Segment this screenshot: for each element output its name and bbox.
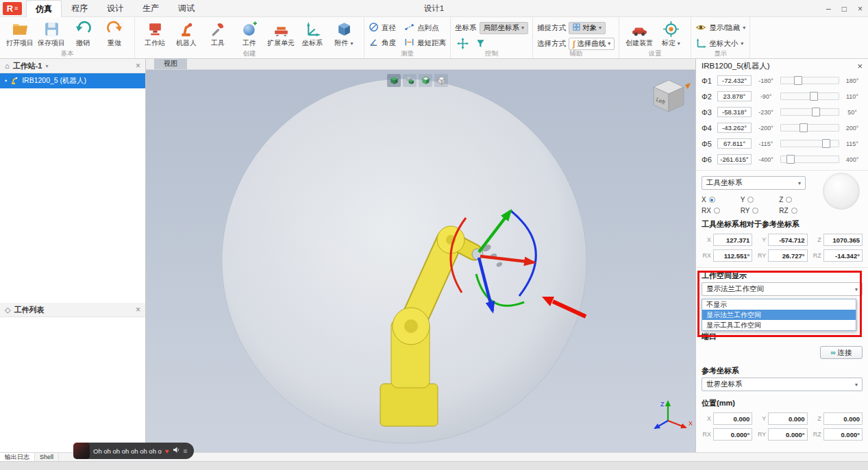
joint-6-slider[interactable] [780, 156, 839, 163]
move-tool-button[interactable] [455, 37, 470, 50]
workstation-panel-close-button[interactable]: × [136, 61, 140, 71]
tab-debug[interactable]: 调试 [169, 0, 204, 17]
pose-rx-value[interactable]: 112.551° [713, 249, 752, 262]
menu-icon[interactable]: ≡ [184, 447, 188, 455]
tab-simulation[interactable]: 仿真 [26, 0, 62, 17]
joint-row: Φ3 -58.318° -230° 50° [702, 104, 863, 120]
radio-z[interactable]: Z [779, 195, 818, 204]
slider-handle[interactable] [799, 123, 808, 132]
tree-item-robot[interactable]: • IRB1200_5 (机器人) [0, 73, 145, 88]
slider-handle[interactable] [786, 155, 795, 164]
workstation-button[interactable]: 工作站 [139, 18, 171, 48]
redo-button[interactable]: 重做 [99, 18, 130, 48]
measure-angle-button[interactable]: 角度 [369, 37, 396, 49]
joint-5-slider[interactable] [780, 140, 839, 147]
axis-size-button[interactable]: 坐标大小 ▾ [695, 37, 745, 50]
radio-x[interactable]: X [702, 195, 741, 204]
workspace-option-tool[interactable]: 显示工具工作空间 [702, 320, 856, 330]
measure-diameter-button[interactable]: 直径 [369, 22, 396, 34]
joint-4-slider[interactable] [780, 124, 839, 132]
maximize-button[interactable]: □ [842, 4, 847, 14]
snap-mode-select[interactable]: 对象 ▾ [569, 22, 606, 34]
parts-panel-close-button[interactable]: × [136, 305, 140, 314]
view-mode-copy-button[interactable] [403, 74, 417, 87]
attachment-dropdown-icon: ▾ [350, 40, 353, 47]
slider-handle[interactable] [822, 139, 830, 148]
tab-output-log[interactable]: 输出日志 [0, 453, 35, 461]
radio-ry[interactable]: RY [741, 206, 780, 215]
robot-button[interactable]: 机器人 [171, 18, 202, 48]
link-icon: ∞ [830, 349, 835, 356]
radio-y[interactable]: Y [741, 195, 780, 204]
calibrate-button[interactable]: 标定 ▾ [655, 18, 686, 48]
tool-pose-grid: X127.371 Y-574.712 Z1070.365 RX112.551° … [702, 234, 863, 262]
tab-shell[interactable]: Shell [35, 453, 59, 461]
joint-1-slider[interactable] [780, 77, 839, 84]
slider-handle[interactable] [812, 108, 820, 116]
workspace-option-none[interactable]: 不显示 [702, 299, 856, 310]
measure-shortest-distance-button[interactable]: 最短距离 [404, 37, 446, 49]
pose-rz-value[interactable]: -14.342° [823, 249, 863, 262]
view-mode-wireframe-button[interactable] [434, 74, 448, 87]
radio-rz[interactable]: RZ [779, 206, 818, 215]
connect-button[interactable]: ∞ 连接 [820, 346, 863, 359]
tab-program[interactable]: 程序 [62, 0, 97, 17]
position-rz-value[interactable]: 0.000° [823, 428, 863, 441]
coordinate-system-button[interactable]: 坐标系 [297, 18, 328, 48]
tool-button[interactable]: 工具 [202, 18, 234, 48]
viewport-tab-view[interactable]: 视图 [154, 58, 187, 69]
close-button[interactable]: × [858, 4, 863, 14]
undo-button[interactable]: 撤销 [67, 18, 99, 48]
joint-5-value-input[interactable]: 67.811° [717, 138, 752, 149]
save-project-button[interactable]: 保存项目 [36, 18, 67, 48]
workspace-option-flange[interactable]: 显示法兰工作空间 [702, 310, 856, 320]
chat-bubble[interactable]: Oh oh oh oh oh oh oh o ♥ ≡ [73, 443, 194, 459]
chevron-down-icon[interactable]: ▾ [45, 63, 48, 69]
heart-icon[interactable]: ♥ [165, 447, 169, 455]
joint-3-value-input[interactable]: -58.318° [717, 107, 752, 117]
position-x-value[interactable]: 0.000 [713, 412, 752, 425]
joint-3-slider[interactable] [780, 108, 839, 116]
pose-x-value[interactable]: 127.371 [713, 234, 752, 246]
coord-system-select[interactable]: 局部坐标系 ▾ [480, 22, 529, 34]
filter-tool-button[interactable] [473, 37, 488, 50]
workspace-select[interactable]: 显示法兰工作空间 ▾ [702, 282, 863, 296]
create-device-button[interactable]: 创建装置 [623, 18, 655, 48]
joint-6-value-input[interactable]: -261.615° [717, 154, 752, 164]
jog-dial[interactable] [823, 173, 860, 210]
slider-handle[interactable] [794, 76, 802, 85]
joint-2-value-input[interactable]: 23.878° [717, 91, 752, 101]
joint-4-value-input[interactable]: -43.262° [717, 123, 752, 133]
workpiece-button[interactable]: 工件 [234, 18, 265, 48]
pose-ry-value[interactable]: 26.727° [768, 249, 807, 262]
tab-design[interactable]: 设计 [97, 0, 133, 17]
position-rx-value[interactable]: 0.000° [713, 428, 752, 441]
joint-1-value-input[interactable]: -72.432° [717, 75, 752, 86]
view-mode-shaded-button[interactable] [387, 74, 401, 87]
app-logo[interactable]: R ≡ [3, 2, 22, 15]
position-z-value[interactable]: 0.000 [823, 412, 863, 425]
tool-coord-select[interactable]: 工具坐标系 ▾ [702, 176, 806, 190]
attachment-button[interactable]: 附件 ▾ [328, 18, 360, 48]
view-mode-framed-button[interactable] [419, 74, 432, 87]
slider-handle[interactable] [810, 92, 818, 101]
main-menu-tabs: 仿真 程序 设计 生产 调试 [26, 0, 204, 17]
speaker-icon[interactable] [173, 446, 180, 456]
tab-production[interactable]: 生产 [133, 0, 169, 17]
extension-unit-button[interactable]: 扩展单元 [265, 18, 297, 48]
pose-z-value[interactable]: 1070.365 [823, 234, 863, 246]
measure-point-to-point-button[interactable]: 点到点 [404, 22, 446, 34]
joint-2-slider[interactable] [780, 92, 839, 100]
select-mode-select[interactable]: ∫ 选择曲线 ▾ [569, 38, 615, 50]
panel-close-button[interactable]: × [857, 61, 863, 71]
shortest-distance-icon [404, 37, 414, 49]
reference-coord-select[interactable]: 世界坐标系 ▾ [702, 378, 863, 391]
position-ry-value[interactable]: 0.000° [768, 428, 807, 441]
show-hide-button[interactable]: 显示/隐藏 ▾ [695, 21, 745, 34]
minimize-button[interactable]: – [826, 4, 831, 14]
scene-canvas[interactable]: Left Z X [146, 70, 695, 452]
pose-y-value[interactable]: -574.712 [768, 234, 807, 246]
radio-rx[interactable]: RX [702, 206, 741, 215]
open-project-button[interactable]: 打开项目 [4, 18, 36, 48]
position-y-value[interactable]: 0.000 [768, 412, 807, 425]
